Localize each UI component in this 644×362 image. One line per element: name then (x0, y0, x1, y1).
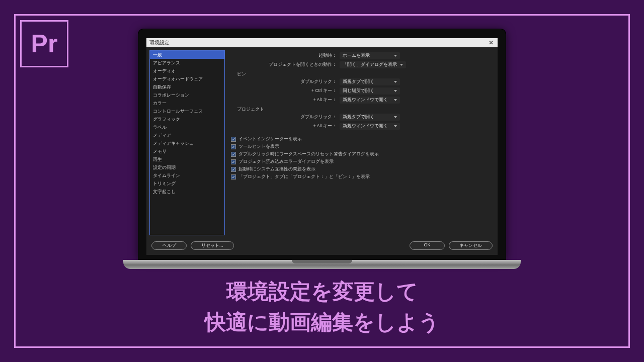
project-dblclick-dropdown[interactable]: 新規タブで開く (340, 114, 400, 121)
bin-alt-dropdown[interactable]: 新規ウィンドウで開く (340, 97, 400, 104)
row-label: プロジェクトを開くときの動作： (231, 62, 337, 68)
check-compat[interactable]: ✓ 起動時にシステム互換性の問題を表示 (231, 166, 492, 172)
sidebar-item-audio-hardware[interactable]: オーディオハードウェア (150, 75, 224, 83)
app-logo: Pr (20, 20, 68, 67)
pref-row-startup: 起動時： ホームを表示 (231, 52, 492, 59)
check-label: 起動時にシステム互換性の問題を表示 (238, 166, 315, 172)
check-tooltips[interactable]: ✓ ツールヒントを表示 (231, 144, 492, 150)
dialog-title-bar: 環境設定 ✕ (146, 38, 498, 47)
pref-row-bin-ctrl: + Ctrl キー： 同じ場所で開く (231, 87, 492, 95)
sidebar-item-memory[interactable]: メモリ (150, 147, 224, 155)
check-load-error[interactable]: ✓ プロジェクト読み込みエラーダイアログを表示 (231, 159, 492, 165)
pref-row-project-alt: + Alt キー： 新規ウィンドウで開く (231, 123, 492, 130)
row-label: ダブルクリック： (231, 79, 337, 85)
sidebar-item-autosave[interactable]: 自動保存 (150, 83, 224, 91)
divider (231, 132, 492, 132)
row-label: + Alt キー： (231, 97, 337, 103)
app-logo-text: Pr (31, 29, 58, 58)
project-alt-dropdown[interactable]: 新規ウィンドウで開く (340, 123, 400, 130)
dialog-body: 一般 アピアランス オーディオ オーディオハードウェア 自動保存 コラボレーショ… (146, 47, 498, 238)
sidebar-item-color[interactable]: カラー (150, 99, 224, 107)
reset-button[interactable]: リセット... (191, 241, 234, 250)
checkbox-icon[interactable]: ✓ (231, 174, 236, 179)
laptop-notch (292, 260, 352, 263)
row-label: + Alt キー： (231, 123, 337, 129)
laptop-base (123, 260, 521, 269)
row-label: + Ctrl キー： (231, 88, 337, 94)
sidebar-item-graphics[interactable]: グラフィック (150, 115, 224, 123)
section-project-label: プロジェクト (237, 107, 492, 113)
checkbox-icon[interactable]: ✓ (231, 137, 236, 142)
help-button[interactable]: ヘルプ (151, 241, 187, 250)
close-icon[interactable]: ✕ (488, 39, 495, 46)
sidebar-item-appearance[interactable]: アピアランス (150, 59, 224, 67)
sidebar-item-media[interactable]: メディア (150, 131, 224, 139)
check-event-indicator[interactable]: ✓ イベントインジケーターを表示 (231, 136, 492, 142)
sidebar-item-labels[interactable]: ラベル (150, 123, 224, 131)
preferences-dialog: 環境設定 ✕ 一般 アピアランス オーディオ オーディオハードウェア 自動保存 … (146, 38, 498, 255)
checkbox-icon[interactable]: ✓ (231, 152, 236, 157)
pref-row-project-dblclick: ダブルクリック： 新規タブで開く (231, 114, 492, 121)
check-workspace-reset[interactable]: ✓ ダブルクリック時にワークスペースのリセット警告ダイアログを表示 (231, 151, 492, 157)
preferences-sidebar: 一般 アピアランス オーディオ オーディオハードウェア 自動保存 コラボレーショ… (149, 50, 225, 235)
pref-row-bin-alt: + Alt キー： 新規ウィンドウで開く (231, 97, 492, 104)
bin-ctrl-dropdown[interactable]: 同じ場所で開く (340, 87, 400, 95)
dialog-title: 環境設定 (149, 39, 170, 46)
check-label: ダブルクリック時にワークスペースのリセット警告ダイアログを表示 (238, 151, 379, 157)
ok-button[interactable]: OK (410, 241, 445, 250)
open-project-dropdown[interactable]: 「開く」ダイアログを表示 (340, 61, 406, 68)
laptop-mockup: 環境設定 ✕ 一般 アピアランス オーディオ オーディオハードウェア 自動保存 … (138, 29, 506, 269)
sidebar-item-general[interactable]: 一般 (150, 51, 224, 59)
check-label: ツールヒントを表示 (238, 144, 279, 150)
check-label: 「プロジェクト」タブに「プロジェクト：」と「ビン：」を表示 (238, 174, 370, 180)
sidebar-item-trimming[interactable]: トリミング (150, 179, 224, 188)
check-label: プロジェクト読み込みエラーダイアログを表示 (238, 159, 334, 165)
check-label: イベントインジケーターを表示 (238, 136, 302, 142)
sidebar-item-media-cache[interactable]: メディアキャッシュ (150, 139, 224, 147)
dialog-footer: ヘルプ リセット... OK キャンセル (146, 238, 498, 255)
main-panel: 起動時： ホームを表示 プロジェクトを開くときの動作： 「開く」ダイアログを表示… (228, 50, 495, 235)
laptop-screen: 環境設定 ✕ 一般 アピアランス オーディオ オーディオハードウェア 自動保存 … (138, 29, 506, 260)
row-label: ダブルクリック： (231, 114, 337, 120)
pref-row-bin-dblclick: ダブルクリック： 新規タブで開く (231, 78, 492, 85)
checkbox-icon[interactable]: ✓ (231, 167, 236, 172)
sidebar-item-sync-settings[interactable]: 設定の同期 (150, 163, 224, 171)
checkbox-icon[interactable]: ✓ (231, 144, 236, 149)
sidebar-item-transcription[interactable]: 文字起こし (150, 188, 224, 196)
startup-dropdown[interactable]: ホームを表示 (340, 52, 400, 59)
checkbox-icon[interactable]: ✓ (231, 159, 236, 164)
bin-dblclick-dropdown[interactable]: 新規タブで開く (340, 78, 400, 85)
sidebar-item-timeline[interactable]: タイムライン (150, 171, 224, 179)
sidebar-item-playback[interactable]: 再生 (150, 155, 224, 163)
caption-text: 環境設定を変更して 快適に動画編集をしよう (0, 277, 644, 338)
sidebar-item-control-surface[interactable]: コントロールサーフェス (150, 107, 224, 115)
pref-row-open-project: プロジェクトを開くときの動作： 「開く」ダイアログを表示 (231, 61, 492, 68)
sidebar-item-collaboration[interactable]: コラボレーション (150, 91, 224, 99)
check-project-tab-prefix[interactable]: ✓ 「プロジェクト」タブに「プロジェクト：」と「ビン：」を表示 (231, 174, 492, 180)
sidebar-item-audio[interactable]: オーディオ (150, 67, 224, 75)
row-label: 起動時： (231, 53, 337, 59)
cancel-button[interactable]: キャンセル (449, 241, 493, 250)
section-bin-label: ビン (237, 71, 492, 77)
